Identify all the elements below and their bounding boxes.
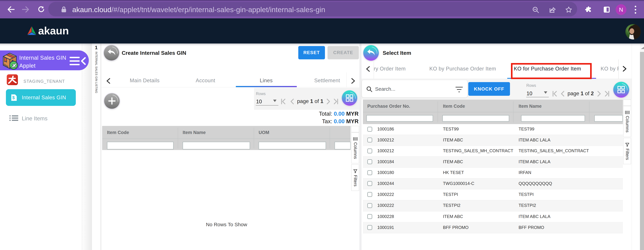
svg-text:$: $ [12,95,15,100]
